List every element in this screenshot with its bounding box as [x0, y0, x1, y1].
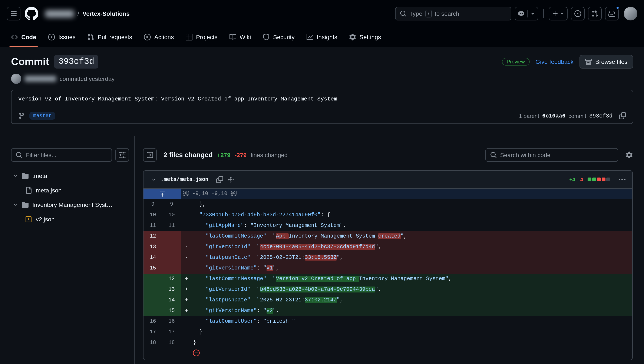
tab-label: Projects: [196, 34, 218, 40]
tab-issues[interactable]: Issues: [42, 27, 82, 47]
global-search-input[interactable]: Type / to search: [395, 7, 511, 20]
diff-line-18-18: 1818}: [144, 338, 632, 348]
tab-label: Code: [21, 34, 36, 40]
line-number-new[interactable]: 18: [162, 338, 181, 348]
copilot-button-divider: [527, 10, 527, 18]
line-number-new[interactable]: 15: [162, 306, 181, 316]
author-avatar[interactable]: [11, 74, 21, 84]
toggle-file-tree-button[interactable]: [143, 148, 157, 162]
line-number-new[interactable]: 14: [162, 295, 181, 306]
expand-hunk-button[interactable]: [144, 188, 181, 199]
tab-insights[interactable]: Insights: [300, 27, 344, 47]
line-number-new[interactable]: 11: [162, 220, 181, 231]
pull-requests-dashboard-button[interactable]: [588, 7, 602, 20]
tab-projects[interactable]: Projects: [180, 27, 224, 47]
line-number-old[interactable]: [144, 295, 162, 306]
line-number-old[interactable]: 17: [144, 327, 162, 338]
author-name-redacted[interactable]: [25, 76, 56, 82]
diff-marker: [181, 220, 192, 231]
inbox-button[interactable]: [605, 7, 618, 20]
copilot-caret-icon[interactable]: [530, 11, 535, 16]
file-filter-input[interactable]: [26, 152, 107, 158]
line-number-new[interactable]: [162, 242, 181, 252]
diff-line-x-15: 15+ "gitVersionName": "v2",: [144, 306, 632, 316]
hamburger-button[interactable]: [7, 7, 20, 20]
tab-actions[interactable]: Actions: [138, 27, 180, 47]
tab-wiki[interactable]: Wiki: [224, 27, 257, 47]
copilot-button[interactable]: [514, 7, 538, 20]
copy-path-button[interactable]: [216, 176, 223, 183]
tree-item-label: .meta: [32, 172, 47, 179]
tab-security[interactable]: Security: [257, 27, 300, 47]
line-number-old[interactable]: 12: [144, 231, 162, 242]
diff-toolbar: 2 files changed +279 -279 lines changed: [143, 148, 632, 162]
user-avatar[interactable]: [624, 7, 637, 20]
line-number-new[interactable]: 9: [162, 199, 181, 210]
line-number-old[interactable]: [144, 274, 162, 284]
diff-marker: +: [181, 284, 192, 295]
diff-settings-button[interactable]: [626, 152, 632, 158]
line-number-new[interactable]: 10: [162, 210, 181, 220]
line-number-old[interactable]: [144, 284, 162, 295]
line-number-new[interactable]: 13: [162, 284, 181, 295]
line-number-old[interactable]: 11: [144, 220, 162, 231]
line-number-new[interactable]: 12: [162, 274, 181, 284]
diff-line-x-13: 13+ "gitVersionId": "b46cd533-a028-4b02-…: [144, 284, 632, 295]
breadcrumb-owner-redacted[interactable]: [45, 10, 74, 17]
branch-label[interactable]: master: [30, 112, 55, 120]
collapse-file-button[interactable]: [151, 177, 156, 182]
tab-code[interactable]: Code: [5, 27, 42, 47]
code-line: "7330b16b-b70d-4d9b-b83d-227414a690f0": …: [192, 210, 632, 220]
line-number-old[interactable]: 15: [144, 263, 162, 274]
line-number-new[interactable]: [162, 263, 181, 274]
line-number-old[interactable]: 10: [144, 210, 162, 220]
line-number-new[interactable]: [162, 231, 181, 242]
file-options-button[interactable]: [616, 174, 628, 184]
sidebar-collapse-icon: [146, 152, 153, 158]
tab-pull-requests[interactable]: Pull requests: [82, 27, 138, 47]
line-number-old[interactable]: 13: [144, 242, 162, 252]
github-logo[interactable]: [25, 7, 38, 20]
line-number-old[interactable]: 9: [144, 199, 162, 210]
tree-folder-Inventory-Management-Syst…[interactable]: Inventory Management Syst…: [11, 198, 129, 212]
folder-icon: [22, 201, 28, 208]
line-number-new[interactable]: [162, 252, 181, 263]
diff-line-x-12: 12+ "lastCommitMessage": "Version v2 Cre…: [144, 274, 632, 284]
code-search-input[interactable]: [500, 152, 613, 158]
parent-sha-link[interactable]: 6c10aa6: [542, 112, 566, 119]
diff-line-13-x: 13- "gitVersionId": "4cde7004-4a05-47d2-…: [144, 242, 632, 252]
line-number-old[interactable]: [144, 306, 162, 316]
tree-file-meta.json[interactable]: meta.json: [11, 183, 129, 198]
tab-settings[interactable]: Settings: [343, 27, 387, 47]
diff-line-15-x: 15- "gitVersionName": "v1",: [144, 263, 632, 274]
parents-label: 1 parent: [519, 112, 539, 119]
line-number-old[interactable]: 16: [144, 316, 162, 327]
move-icon[interactable]: [227, 176, 234, 183]
breadcrumb-repo-link[interactable]: Vertex-Solutions: [82, 10, 130, 17]
issues-dashboard-button[interactable]: [571, 7, 584, 20]
code-line: "lastpushDate": "2025-02-23T21:37:02.214…: [192, 295, 632, 306]
line-number-old[interactable]: 14: [144, 252, 162, 263]
diff-line-9-9: 99 },: [144, 199, 632, 210]
line-number-old[interactable]: 18: [144, 338, 162, 348]
folder-icon: [22, 172, 28, 179]
create-new-button[interactable]: [548, 7, 567, 20]
tree-folder-.meta[interactable]: .meta: [11, 168, 129, 183]
line-number-new[interactable]: 16: [162, 316, 181, 327]
diffstat-block-add: [587, 178, 591, 181]
line-number-old: [144, 348, 162, 360]
commit-message: Version v2 of Inventory Management Syste…: [12, 90, 632, 108]
tab-label: Pull requests: [98, 34, 132, 40]
give-feedback-link[interactable]: Give feedback: [536, 58, 574, 65]
tree-file-v2.json[interactable]: v2.json: [11, 212, 129, 226]
line-number-new[interactable]: 17: [162, 327, 181, 338]
file-filter-settings-button[interactable]: [116, 148, 129, 162]
code-line: },: [192, 199, 632, 210]
lines-changed-label: lines changed: [251, 152, 288, 158]
diff-line-14-x: 14- "lastpushDate": "2025-02-23T21:33:15…: [144, 252, 632, 263]
caret-down-icon: [559, 11, 564, 16]
copy-sha-button[interactable]: [619, 112, 626, 119]
browse-files-button[interactable]: Browse files: [580, 55, 633, 68]
diff-marker: -: [181, 231, 192, 242]
diff-marker: -: [181, 263, 192, 274]
